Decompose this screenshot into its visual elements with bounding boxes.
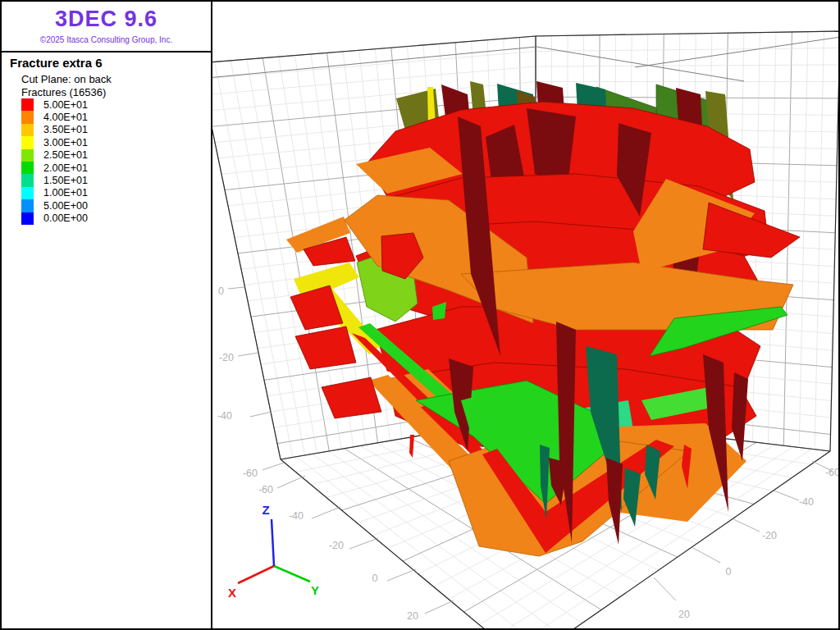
legend-row: 1.00E+01 [21,187,88,199]
box-edge [212,36,536,63]
x-axis-ticks-line [425,600,454,614]
z-axis-ticks-label: -60 [243,468,258,479]
triad-y-axis [274,566,310,582]
x-axis-ticks-label: -60 [258,484,273,495]
z-axis-ticks-line [262,463,284,470]
legend-swatch [21,212,34,225]
left-wall-gridline [215,62,293,457]
y-axis-ticks-label: -20 [762,530,777,541]
x-axis-ticks-label: 20 [407,610,418,622]
cut-plane-label: Cut Plane: on back [21,73,112,85]
z-axis-ticks-line [250,412,272,417]
legend-swatch [21,149,34,162]
box-rim-line [635,37,840,67]
plot-item-title: Fracture extra 6 [10,56,103,70]
copyright-text: ©2025 Itasca Consulting Group, Inc. [2,35,211,44]
app-window: 3DEC 9.6 ©2025 Itasca Consulting Group, … [0,0,840,630]
fracture-polygon [322,377,381,418]
y-axis-ticks-label: 20 [678,609,690,620]
box-edge [536,31,840,36]
scene-canvas[interactable]: 0-20-40-60-60-40-20020-60-40-20020XYZ [212,3,840,628]
z-axis-ticks-label: -20 [219,352,234,363]
right-wall-gridline [815,31,824,449]
y-axis-ticks-line [693,548,720,563]
legend-value: 0.00E+00 [34,212,88,224]
z-axis-ticks-line [228,287,244,289]
legend-swatch [21,174,34,186]
fracture-polygon [295,326,356,369]
y-axis-ticks-label: -40 [799,496,814,508]
legend-row: 2.00E+01 [21,162,88,174]
legend-row: 3.00E+01 [21,136,88,148]
fracture-polygon [409,435,414,458]
legend-swatch [21,136,34,148]
triad-y-label: Y [311,583,319,597]
app-title: 3DEC 9.6 [2,7,211,32]
right-wall-gridline [799,32,808,448]
box-edge [212,63,281,459]
x-axis-ticks-line [349,538,378,549]
legend-value: 1.50E+01 [34,175,88,186]
y-axis-ticks-line [733,519,760,532]
color-scale-legend: 5.00E+014.00E+013.50E+013.00E+012.50E+01… [21,98,88,225]
legend-value: 3.50E+01 [34,124,88,135]
right-wall-gridline [536,48,840,51]
x-axis-ticks-line [312,507,340,518]
legend-value: 1.00E+01 [34,187,88,199]
x-axis-ticks-line [387,569,416,581]
x-axis-ticks-line [277,476,305,488]
legend-value: 5.00E+00 [34,200,88,212]
legend-row: 1.50E+01 [21,174,88,186]
x-axis-ticks-label: -20 [329,540,344,551]
fractures-count-label: Fractures (16536) [21,86,106,98]
y-axis-ticks-line [774,491,799,500]
x-axis-ticks-label: 0 [372,573,378,584]
left-wall-gridline [212,66,536,95]
box-edge [830,31,840,451]
x-axis-ticks-label: -40 [289,510,304,522]
legend-value: 3.00E+01 [34,137,88,148]
legend-row: 2.50E+01 [21,149,88,162]
y-axis-ticks-label: -60 [825,467,840,478]
legend-swatch [21,111,34,123]
left-wall-gridline [212,63,281,459]
triad-x-axis [238,566,274,583]
triad-x-label: X [228,586,236,600]
legend-row: 0.00E+00 [21,212,88,225]
z-axis-ticks-label: -40 [217,410,232,422]
legend-swatch [21,199,34,212]
legend-value: 2.50E+01 [34,149,88,161]
left-wall-gridline [212,52,536,80]
legend-row: 3.50E+01 [21,124,88,136]
y-axis-ticks-label: 0 [726,566,732,578]
left-wall-gridline [212,82,536,111]
legend-row: 5.00E+01 [21,98,88,111]
triad-z-axis [272,519,274,566]
legend-value: 2.00E+01 [34,162,88,174]
right-wall-gridline [536,65,839,66]
legend-swatch [21,124,34,136]
triad-z-label: Z [262,503,269,517]
z-axis-ticks-label: 0 [218,285,224,297]
y-axis-ticks-line [654,578,676,600]
legend-swatch [21,187,34,199]
legend-value: 4.00E+01 [34,112,88,123]
legend-row: 4.00E+01 [21,111,88,123]
legend-swatch [21,98,34,111]
legend-row: 5.00E+00 [21,199,88,212]
left-wall-gridline [247,59,317,453]
title-block: 3DEC 9.6 ©2025 Itasca Consulting Group, … [2,2,211,52]
legend-swatch [21,162,34,174]
viewport-3d[interactable]: 0-20-40-60-60-40-20020-60-40-20020XYZ [212,3,840,628]
legend-value: 5.00E+01 [34,99,88,111]
legend-sidebar: 3DEC 9.6 ©2025 Itasca Consulting Group, … [2,2,212,628]
z-axis-ticks-line [238,353,258,356]
